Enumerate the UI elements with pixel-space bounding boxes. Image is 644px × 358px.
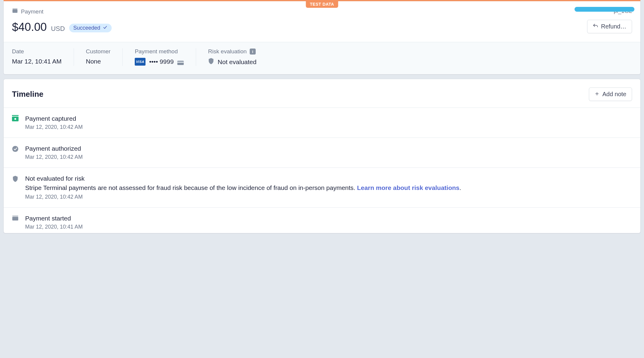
svg-rect-1	[13, 9, 18, 9]
timeline-desc-text: Stripe Terminal payments are not assesse…	[25, 184, 357, 191]
breadcrumb-label: Payment	[21, 8, 43, 15]
payment-id[interactable]: pi_1GL	[614, 8, 632, 14]
svg-point-6	[12, 146, 18, 152]
redaction-mark	[575, 7, 634, 12]
summary-bar: Date Mar 12, 10:41 AM Customer None Paym…	[4, 42, 640, 74]
svg-rect-2	[177, 61, 184, 65]
summary-method: Payment method VISA •••• 9999	[135, 48, 196, 66]
timeline-item: Payment authorized Mar 12, 2020, 10:42 A…	[4, 138, 640, 168]
timeline-item-title: Payment authorized	[25, 145, 632, 152]
summary-risk-label: Risk evaluation	[208, 48, 247, 55]
risk-value-text: Not evaluated	[218, 58, 257, 66]
timeline-desc-after: .	[459, 184, 461, 191]
amount: $40.00	[12, 21, 47, 34]
breadcrumb: Payment	[12, 8, 112, 15]
summary-customer: Customer None	[86, 48, 123, 66]
summary-method-value: VISA •••• 9999	[135, 58, 184, 66]
timeline-item-title: Payment started	[25, 215, 632, 222]
plus-icon	[595, 91, 599, 98]
svg-rect-7	[12, 217, 18, 221]
timeline-item: Payment started Mar 12, 2020, 10:41 AM	[4, 208, 640, 233]
currency: USD	[51, 25, 65, 33]
status-label: Succeeded	[73, 25, 100, 31]
timeline-item-timestamp: Mar 12, 2020, 10:42 AM	[25, 154, 632, 160]
risk-learn-more-link[interactable]: Learn more about risk evaluations	[357, 184, 460, 191]
summary-risk-value: Not evaluated	[208, 58, 257, 66]
check-icon	[103, 25, 107, 31]
timeline-item-description: Stripe Terminal payments are not assesse…	[25, 183, 632, 192]
cash-icon	[12, 116, 19, 122]
test-data-badge: TEST DATA	[306, 1, 338, 8]
timeline-item-timestamp: Mar 12, 2020, 10:41 AM	[25, 224, 632, 230]
shield-icon	[208, 58, 214, 66]
status-badge: Succeeded	[69, 24, 112, 32]
undo-icon	[593, 23, 598, 30]
timeline-item: Payment captured Mar 12, 2020, 10:42 AM	[4, 108, 640, 138]
summary-customer-label: Customer	[86, 48, 110, 55]
timeline-item-title: Payment captured	[25, 115, 632, 122]
timeline-item-timestamp: Mar 12, 2020, 10:42 AM	[25, 194, 632, 200]
summary-date-label: Date	[12, 48, 62, 55]
add-note-label: Add note	[602, 91, 626, 98]
timeline-card: Timeline Add note Payment captured Mar 1…	[4, 79, 640, 233]
payment-icon	[12, 215, 19, 221]
svg-rect-3	[177, 62, 184, 63]
timeline-item-timestamp: Mar 12, 2020, 10:42 AM	[25, 124, 632, 130]
add-note-button[interactable]: Add note	[589, 87, 632, 101]
check-circle-icon	[12, 146, 19, 152]
summary-date: Date Mar 12, 10:41 AM	[12, 48, 74, 66]
summary-date-value: Mar 12, 10:41 AM	[12, 58, 62, 65]
timeline-title: Timeline	[12, 90, 43, 99]
summary-risk: Risk evaluation i Not evaluated	[208, 48, 257, 66]
svg-rect-8	[12, 216, 18, 216]
summary-method-label: Payment method	[135, 48, 184, 55]
visa-icon: VISA	[135, 58, 146, 66]
card-last4: •••• 9999	[149, 58, 174, 65]
summary-customer-value: None	[86, 58, 110, 65]
timeline-item-title: Not evaluated for risk	[25, 175, 632, 182]
shield-icon	[12, 176, 19, 182]
info-icon[interactable]: i	[250, 49, 256, 55]
payment-icon	[12, 8, 18, 15]
payment-header-card: TEST DATA Payment $40.00 USD Succeeded	[4, 1, 640, 74]
card-present-icon	[177, 59, 184, 64]
svg-rect-0	[13, 9, 18, 13]
timeline-item: Not evaluated for risk Stripe Terminal p…	[4, 168, 640, 208]
refund-button-label: Refund…	[601, 23, 627, 30]
refund-button[interactable]: Refund…	[587, 20, 632, 33]
